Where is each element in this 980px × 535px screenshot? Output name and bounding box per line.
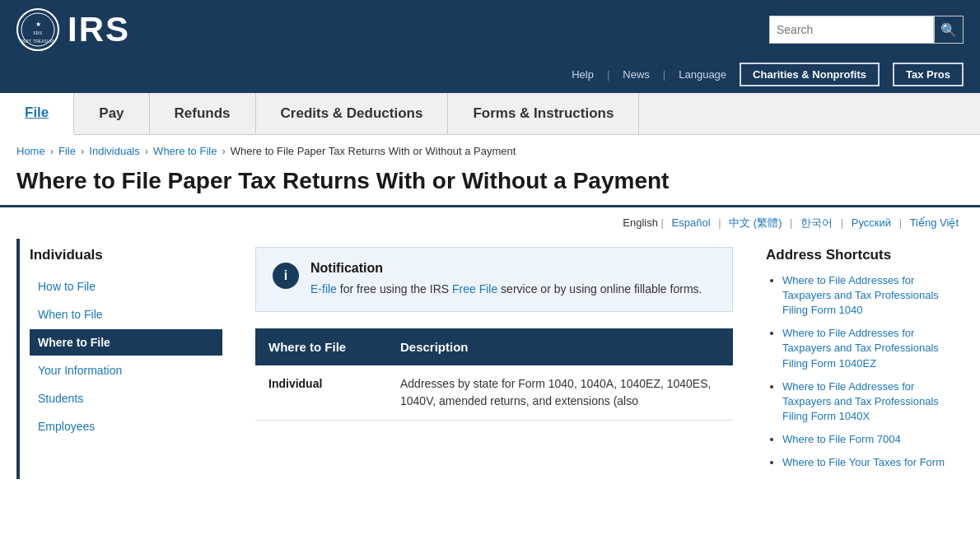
- lang-russian[interactable]: Русский: [852, 216, 891, 229]
- page-title-area: Where to File Paper Tax Returns With or …: [0, 162, 980, 207]
- breadcrumb-area: Home › File › Individuals › Where to Fil…: [0, 135, 980, 162]
- nav-refunds[interactable]: Refunds: [150, 93, 256, 134]
- irs-logo-text: IRS: [68, 12, 130, 47]
- lang-espanol[interactable]: Español: [672, 216, 711, 229]
- shortcut-link-1040ez[interactable]: Where to File Addresses for Taxpayers an…: [782, 327, 939, 369]
- notification-body: Notification E-file for free using the I…: [310, 261, 702, 298]
- lang-chinese[interactable]: 中文 (繁體): [729, 216, 782, 229]
- irs-seal-icon: ★ IRS DEPT. TREASURY: [16, 8, 59, 51]
- sidebar-link-when-to-file[interactable]: When to File: [30, 301, 222, 328]
- top-header: ★ IRS DEPT. TREASURY IRS 🔍: [0, 0, 980, 59]
- nav-separator-2: |: [663, 68, 665, 81]
- shortcut-list: Where to File Addresses for Taxpayers an…: [766, 273, 964, 471]
- breadcrumb-sep-4: ›: [222, 145, 225, 157]
- breadcrumb: Home › File › Individuals › Where to Fil…: [16, 145, 964, 157]
- breadcrumb-home[interactable]: Home: [16, 145, 45, 157]
- nav-forms[interactable]: Forms & Instructions: [448, 93, 639, 134]
- list-item: Where to File Addresses for Taxpayers an…: [782, 326, 964, 371]
- breadcrumb-individuals[interactable]: Individuals: [89, 145, 139, 157]
- svg-text:IRS: IRS: [34, 30, 43, 36]
- table-row: Individual Addresses by state for Form 1…: [255, 365, 733, 421]
- nav-pay[interactable]: Pay: [74, 93, 149, 134]
- notification-box: i Notification E-file for free using the…: [255, 247, 733, 312]
- shortcut-link-1040[interactable]: Where to File Addresses for Taxpayers an…: [782, 274, 939, 316]
- sidebar-link-students[interactable]: Students: [30, 385, 222, 412]
- efile-link[interactable]: E-file: [310, 282, 337, 295]
- secondary-nav: Help | News | Language Charities & Nonpr…: [0, 59, 980, 93]
- charities-btn[interactable]: Charities & Nonprofits: [740, 63, 880, 86]
- sidebar-section-title: Individuals: [30, 247, 222, 263]
- list-item: Where to File Form 7004: [782, 432, 964, 447]
- nav-separator-1: |: [607, 68, 609, 81]
- svg-text:★: ★: [35, 21, 41, 28]
- nav-file[interactable]: File: [0, 93, 74, 135]
- list-item: Where to File Addresses for Taxpayers an…: [782, 273, 964, 319]
- main-content: i Notification E-file for free using the…: [239, 239, 749, 479]
- breadcrumb-sep-3: ›: [145, 145, 148, 157]
- page-title: Where to File Paper Tax Returns With or …: [16, 167, 964, 195]
- right-sidebar: Address Shortcuts Where to File Addresse…: [749, 239, 964, 479]
- shortcut-link-taxes-form[interactable]: Where to File Your Taxes for Form: [782, 456, 945, 468]
- lang-vietnamese[interactable]: Tiếng Việt: [910, 216, 959, 229]
- file-table: Where to File Description Individual Add…: [255, 328, 733, 421]
- svg-text:DEPT. TREASURY: DEPT. TREASURY: [21, 39, 56, 44]
- list-item: Where to File Your Taxes for Form: [782, 455, 964, 470]
- search-button[interactable]: 🔍: [934, 16, 964, 44]
- content-layout: Individuals How to File When to File Whe…: [0, 239, 980, 479]
- left-sidebar: Individuals How to File When to File Whe…: [16, 239, 239, 479]
- free-file-link[interactable]: Free File: [452, 282, 497, 295]
- search-input[interactable]: [769, 16, 934, 44]
- shortcut-link-7004[interactable]: Where to File Form 7004: [782, 433, 901, 445]
- breadcrumb-where-to-file[interactable]: Where to File: [153, 145, 217, 157]
- lang-korean[interactable]: 한국어: [800, 216, 833, 229]
- table-cell-col2: Addresses by state for Form 1040, 1040A,…: [387, 365, 733, 421]
- language-selector[interactable]: Language: [679, 68, 726, 81]
- table-cell-col1: Individual: [255, 365, 387, 421]
- shortcut-link-1040x[interactable]: Where to File Addresses for Taxpayers an…: [782, 380, 939, 422]
- table-header-row: Where to File Description: [255, 328, 733, 365]
- search-area: 🔍: [769, 16, 964, 44]
- help-link[interactable]: Help: [572, 68, 594, 81]
- notification-text: E-file for free using the IRS Free File …: [310, 281, 702, 298]
- table-col2-header: Description: [387, 328, 733, 365]
- sidebar-link-how-to-file[interactable]: How to File: [30, 273, 222, 300]
- lang-bar: English | Español | 中文 (繁體) | 한국어 | Русс…: [0, 207, 980, 239]
- lang-english: English: [623, 216, 658, 229]
- logo-area: ★ IRS DEPT. TREASURY IRS: [16, 8, 130, 51]
- sidebar-link-employees[interactable]: Employees: [30, 413, 222, 440]
- breadcrumb-sep-1: ›: [50, 145, 54, 157]
- table-col1-header: Where to File: [255, 328, 387, 365]
- breadcrumb-sep-2: ›: [81, 145, 84, 157]
- breadcrumb-file[interactable]: File: [58, 145, 76, 157]
- sidebar-link-your-information[interactable]: Your Information: [30, 357, 222, 384]
- list-item: Where to File Addresses for Taxpayers an…: [782, 379, 964, 425]
- news-link[interactable]: News: [623, 68, 650, 81]
- notification-icon: i: [273, 263, 299, 289]
- taxpros-btn[interactable]: Tax Pros: [893, 63, 964, 86]
- nav-credits[interactable]: Credits & Deductions: [256, 93, 449, 134]
- shortcuts-title: Address Shortcuts: [766, 247, 964, 263]
- breadcrumb-current: Where to File Paper Tax Returns With or …: [231, 145, 516, 157]
- sidebar-link-where-to-file[interactable]: Where to File: [30, 329, 222, 356]
- notification-title: Notification: [310, 261, 702, 276]
- main-nav: File Pay Refunds Credits & Deductions Fo…: [0, 93, 980, 135]
